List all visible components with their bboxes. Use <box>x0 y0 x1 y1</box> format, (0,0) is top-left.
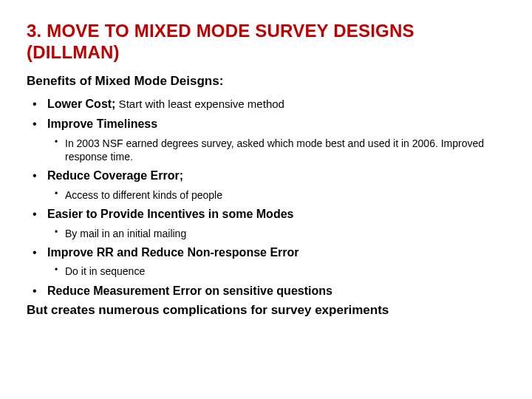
item-bold: Improve Timeliness <box>47 117 157 130</box>
sub-list: Do it in sequence <box>47 265 505 278</box>
slide-title: 3. MOVE TO MIXED MODE SURVEY DESIGNS (DI… <box>27 21 505 64</box>
item-bold: Improve RR and Reduce Non-response Error <box>47 246 299 259</box>
item-bold: Reduce Measurement Error on sensitive qu… <box>47 284 332 297</box>
item-bold: Lower Cost; <box>47 98 115 110</box>
sub-list: In 2003 NSF earned degrees survey, asked… <box>47 137 505 163</box>
sub-list: Access to different kinds of people <box>47 188 505 202</box>
sub-item: Access to different kinds of people <box>47 188 505 202</box>
sub-item: By mail in an initial mailing <box>47 227 505 240</box>
item-bold: Easier to Provide Incentives in some Mod… <box>47 208 293 220</box>
closing-text: But creates numerous complications for s… <box>27 303 505 318</box>
sub-list: By mail in an initial mailing <box>47 227 505 240</box>
list-item: Lower Cost; Start with least expensive m… <box>27 96 505 112</box>
benefits-list: Lower Cost; Start with least expensive m… <box>27 96 505 299</box>
sub-item: Do it in sequence <box>47 265 505 278</box>
sub-item: In 2003 NSF earned degrees survey, asked… <box>47 137 505 163</box>
item-bold: Reduce Coverage Error; <box>47 169 183 182</box>
list-item: Easier to Provide Incentives in some Mod… <box>27 206 505 240</box>
list-item: Improve RR and Reduce Non-response Error… <box>27 245 505 279</box>
item-detail: Start with least expensive method <box>115 98 284 110</box>
list-item: Reduce Measurement Error on sensitive qu… <box>27 283 505 299</box>
list-item: Improve Timeliness In 2003 NSF earned de… <box>27 116 505 163</box>
slide-subtitle: Benefits of Mixed Mode Deisgns: <box>27 74 505 89</box>
list-item: Reduce Coverage Error; Access to differe… <box>27 168 505 202</box>
